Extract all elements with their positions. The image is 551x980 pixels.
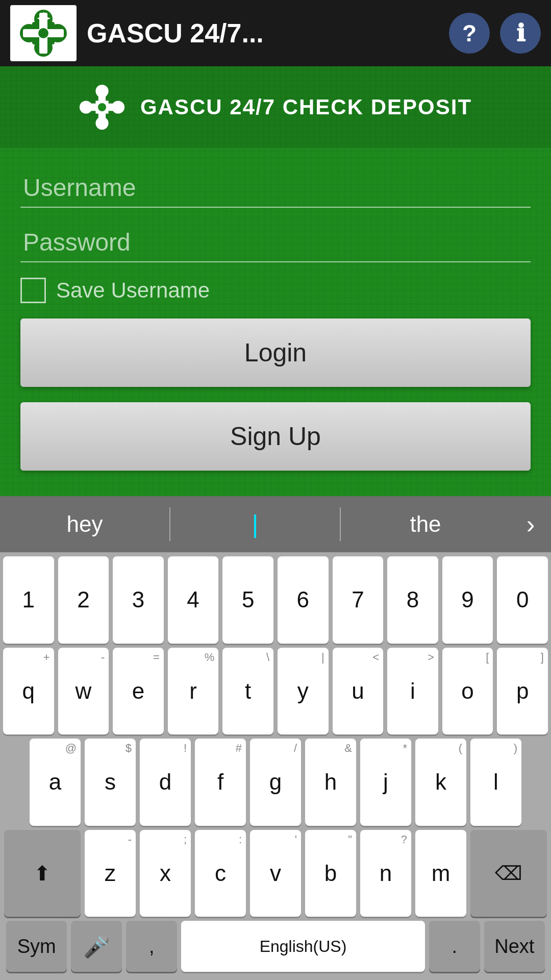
keyboard-rows: 1 2 3 4 5 6 7 8 9 0 +q -w =e %r \t |y <u… [0,552,551,980]
suggestion-cursor-item[interactable]: | [170,496,340,552]
svg-point-15 [80,101,92,113]
key-1[interactable]: 1 [3,556,54,644]
gascu-logo-icon: ✦ [18,8,69,59]
key-u[interactable]: <u [333,648,384,735]
signup-button[interactable]: Sign Up [20,402,531,471]
key-n[interactable]: ?n [360,830,411,917]
key-m[interactable]: m [415,830,466,917]
banner-logo-icon [79,84,125,130]
save-username-label[interactable]: Save Username [56,278,210,303]
key-p[interactable]: ]p [497,648,548,735]
delete-key[interactable]: ⌫ [470,830,547,917]
number-row: 1 2 3 4 5 6 7 8 9 0 [3,556,548,644]
key-q[interactable]: +q [3,648,54,735]
suggestion-bar: hey | the › [0,496,551,552]
help-button[interactable]: ? [449,13,490,54]
svg-point-13 [112,101,124,113]
key-a[interactable]: @a [30,739,81,826]
suggestion-expand-button[interactable]: › [510,509,551,539]
key-y[interactable]: |y [278,648,329,735]
key-g[interactable]: /g [250,739,301,826]
login-area: Save Username Login Sign Up [0,148,551,496]
key-w[interactable]: -w [58,648,109,735]
banner-title: GASCU 24/7 CHECK DEPOSIT [140,95,472,119]
key-f[interactable]: #f [195,739,246,826]
svg-point-12 [95,85,108,97]
key-9[interactable]: 9 [442,556,493,644]
key-8[interactable]: 8 [387,556,438,644]
suggestion-hey[interactable]: hey [0,496,169,552]
key-v[interactable]: 'v [250,830,301,917]
app-logo-box: ✦ [10,5,77,61]
key-4[interactable]: 4 [168,556,219,644]
key-h[interactable]: &h [305,739,356,826]
qwerty-row: +q -w =e %r \t |y <u >i [o ]p [3,648,548,735]
app-title: GASCU 24/7... [87,18,439,48]
save-username-row: Save Username [20,278,531,303]
info-button[interactable]: ℹ [500,13,541,54]
key-l[interactable]: )l [470,739,521,826]
space-key[interactable]: English(US) [181,921,424,972]
key-x[interactable]: ;x [140,830,191,917]
key-j[interactable]: *j [360,739,411,826]
keyboard-area: hey | the › 1 2 3 4 5 6 7 8 9 0 +q -w [0,496,551,980]
comma-key[interactable]: , [126,921,177,972]
key-s[interactable]: $s [85,739,136,826]
next-key[interactable]: Next [484,921,545,972]
key-o[interactable]: [o [442,648,493,735]
svg-point-14 [95,117,108,130]
top-bar: ✦ GASCU 24/7... ? ℹ [0,0,551,66]
header-banner: GASCU 24/7 CHECK DEPOSIT [0,66,551,148]
key-r[interactable]: %r [168,648,219,735]
suggestion-the[interactable]: the [341,496,510,552]
asdf-row: @a $s !d #f /g &h *j (k )l [3,739,548,826]
key-c[interactable]: :c [195,830,246,917]
svg-point-17 [98,103,106,111]
password-input[interactable] [20,223,531,262]
key-z[interactable]: -z [85,830,136,917]
key-3[interactable]: 3 [113,556,164,644]
key-b[interactable]: "b [305,830,356,917]
login-button[interactable]: Login [20,318,531,387]
sym-key[interactable]: Sym [6,921,67,972]
key-6[interactable]: 6 [278,556,329,644]
shift-key[interactable]: ⬆ [4,830,81,917]
key-2[interactable]: 2 [58,556,109,644]
zxcv-row: ⬆ -z ;x :c 'v "b ?n m ⌫ [3,830,548,917]
svg-point-8 [38,28,48,38]
bottom-key-row: Sym 🎤 , English(US) . Next [3,921,548,976]
key-t[interactable]: \t [222,648,273,735]
username-input[interactable] [20,168,531,208]
key-d[interactable]: !d [140,739,191,826]
key-e[interactable]: =e [113,648,164,735]
key-5[interactable]: 5 [222,556,273,644]
mic-key[interactable]: 🎤 [71,921,122,972]
key-k[interactable]: (k [415,739,466,826]
key-0[interactable]: 0 [497,556,548,644]
key-i[interactable]: >i [387,648,438,735]
save-username-checkbox[interactable] [20,278,46,303]
period-key[interactable]: . [429,921,480,972]
key-7[interactable]: 7 [333,556,384,644]
